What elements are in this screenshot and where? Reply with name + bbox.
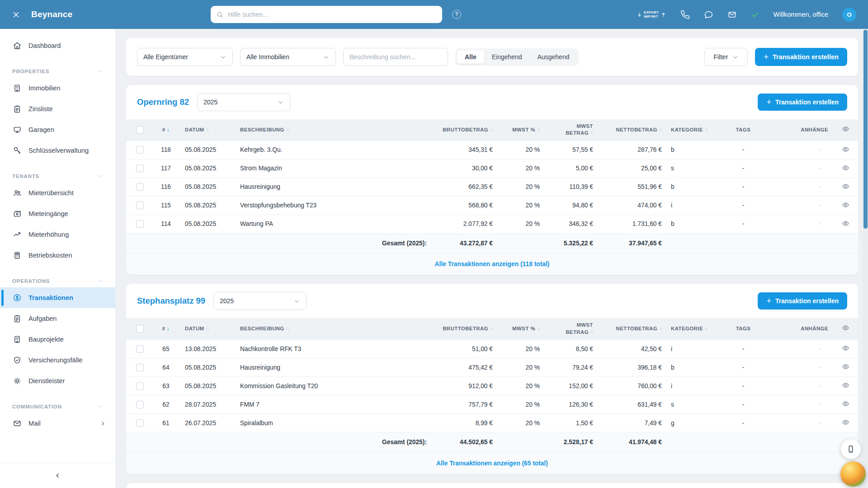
sidebar-section-label[interactable]: PROPERTIES xyxy=(0,68,115,74)
sidebar-item-dienstleister[interactable]: Dienstleister xyxy=(0,371,115,391)
sidebar-item-zinsliste[interactable]: Zinsliste xyxy=(0,99,115,119)
row-checkbox[interactable] xyxy=(136,183,144,191)
sidebar-item-transaktionen[interactable]: Transaktionen xyxy=(0,287,115,308)
show-all-link[interactable]: Alle Transaktionen anzeigen (65 total) xyxy=(436,460,548,467)
property-title-link[interactable]: Stephansplatz 99 xyxy=(137,296,205,306)
totals-row: Gesamt (2025): 43.272,87 € 5.325,22 € 37… xyxy=(126,233,858,253)
property-select[interactable]: Alle Immobilien xyxy=(240,48,336,66)
dollar-circle-icon xyxy=(13,293,22,302)
export-import-button[interactable]: EXPORT IMPORT xyxy=(637,10,666,19)
year-select[interactable]: 2025 xyxy=(213,292,307,310)
owner-select-value: Alle Eigentümer xyxy=(143,53,188,61)
col-kategorie[interactable]: KATEGORIE xyxy=(671,326,703,331)
col-datum[interactable]: DATUM xyxy=(185,127,204,132)
eye-icon[interactable] xyxy=(842,201,849,209)
select-all-checkbox[interactable] xyxy=(136,126,144,134)
select-all-checkbox[interactable] xyxy=(136,325,144,333)
sidebar-item-mieterh-hung[interactable]: Mieterhöhung xyxy=(0,224,115,245)
phone-icon[interactable] xyxy=(680,10,690,19)
row-checkbox[interactable] xyxy=(136,220,144,228)
row-checkbox[interactable] xyxy=(136,202,144,209)
col-num[interactable]: # xyxy=(162,127,165,132)
sidebar-item-immobilien[interactable]: Immobilien xyxy=(0,78,115,99)
tab-alle[interactable]: Alle xyxy=(457,50,484,64)
arrow-down-icon xyxy=(637,11,642,18)
sidebar-item-mieter-bersicht[interactable]: Mieterübersicht xyxy=(0,183,115,203)
eye-icon[interactable] xyxy=(842,125,849,133)
row-checkbox[interactable] xyxy=(136,364,144,371)
mobile-app-button[interactable] xyxy=(841,439,861,459)
property-title-link[interactable]: Opernring 82 xyxy=(137,97,189,107)
cell-num: 61 xyxy=(151,414,180,432)
eye-icon[interactable] xyxy=(842,363,849,371)
eye-icon[interactable] xyxy=(842,344,849,352)
col-bruttobetrag[interactable]: BRUTTOBETRAG xyxy=(443,127,488,132)
eye-icon[interactable] xyxy=(842,324,849,332)
sidebar-item-garagen[interactable]: Garagen xyxy=(0,119,115,140)
check-icon[interactable] xyxy=(751,10,760,19)
eye-icon[interactable] xyxy=(842,183,849,190)
sidebar-section-label[interactable]: OPERATIONS xyxy=(0,278,115,284)
eye-icon[interactable] xyxy=(842,220,849,227)
eye-icon[interactable] xyxy=(842,145,849,153)
col-num[interactable]: # xyxy=(162,326,165,331)
col-beschreibung[interactable]: BESCHREIBUNG xyxy=(240,127,284,132)
create-transaction-button[interactable]: + Transaktion erstellen xyxy=(755,48,847,66)
close-icon[interactable] xyxy=(12,10,20,19)
col-bruttobetrag[interactable]: BRUTTOBETRAG xyxy=(443,326,488,331)
col-nettobetrag[interactable]: NETTOBETRAG xyxy=(616,326,657,331)
eye-icon[interactable] xyxy=(842,418,849,426)
help-search[interactable] xyxy=(211,6,442,23)
col-beschreibung[interactable]: BESCHREIBUNG xyxy=(240,326,284,331)
cell-beschreibung: Strom Magazin xyxy=(236,159,431,178)
eye-icon[interactable] xyxy=(842,164,849,172)
col-kategorie[interactable]: KATEGORIE xyxy=(671,127,703,132)
eye-icon[interactable] xyxy=(842,381,849,389)
year-select-value: 2025 xyxy=(220,297,234,305)
row-checkbox[interactable] xyxy=(136,401,144,408)
sidebar-item-mieteing-nge[interactable]: Mieteingänge xyxy=(0,203,115,224)
help-search-input[interactable] xyxy=(228,11,437,18)
create-transaction-button[interactable]: + Transaktion erstellen xyxy=(758,292,847,310)
sidebar-collapse-button[interactable] xyxy=(0,463,115,488)
cell-bruttobetrag: 8,99 € xyxy=(431,414,497,432)
row-checkbox[interactable] xyxy=(136,345,144,353)
create-transaction-button[interactable]: + Transaktion erstellen xyxy=(758,94,847,111)
cell-beschreibung: Spiralalbum xyxy=(236,414,431,432)
sidebar-item-versicherungsf-lle[interactable]: Versicherungsfälle xyxy=(0,350,115,371)
tab-eingehend[interactable]: Eingehend xyxy=(484,50,530,64)
col-mwst-pct[interactable]: MWST % xyxy=(512,127,535,132)
col-nettobetrag[interactable]: NETTOBETRAG xyxy=(616,127,657,132)
sidebar-item-aufgaben[interactable]: Aufgaben xyxy=(0,308,115,329)
mail-icon[interactable] xyxy=(727,10,737,19)
filter-button[interactable]: Filter xyxy=(704,48,748,66)
sidebar-item-schl-sselverwaltung[interactable]: Schlüsselverwaltung xyxy=(0,140,115,161)
row-checkbox[interactable] xyxy=(136,382,144,390)
tab-ausgehend[interactable]: Ausgehend xyxy=(530,50,577,64)
chat-icon[interactable] xyxy=(704,10,713,19)
row-checkbox[interactable] xyxy=(136,419,144,427)
sidebar-item-dashboard[interactable]: Dashboard xyxy=(0,35,115,56)
help-icon[interactable]: ? xyxy=(452,10,461,19)
year-select[interactable]: 2025 xyxy=(197,93,290,111)
owner-select[interactable]: Alle Eigentümer xyxy=(137,48,233,66)
col-mwst-pct[interactable]: MWST % xyxy=(512,326,535,331)
sidebar-item-bauprojekte[interactable]: Bauprojekte xyxy=(0,329,115,350)
export-label: EXPORT xyxy=(644,10,659,14)
row-checkbox[interactable] xyxy=(136,146,144,154)
row-checkbox[interactable] xyxy=(136,164,144,172)
avatar[interactable]: O xyxy=(842,8,856,22)
page-scrollbar[interactable] xyxy=(863,29,868,488)
eye-icon[interactable] xyxy=(842,400,849,408)
scrollbar-thumb[interactable] xyxy=(863,30,868,229)
show-all-link[interactable]: Alle Transaktionen anzeigen (118 total) xyxy=(435,261,550,267)
sidebar-item-mail[interactable]: Mail xyxy=(0,413,115,434)
messenger-launcher[interactable] xyxy=(840,461,866,487)
sidebar-section-label[interactable]: TENANTS xyxy=(0,173,115,179)
col-mwst-betrag[interactable]: MWST BETRAG xyxy=(566,322,593,334)
col-mwst-betrag[interactable]: MWST BETRAG xyxy=(566,123,593,136)
sidebar-item-betriebskosten[interactable]: Betriebskosten xyxy=(0,245,115,266)
sidebar-section-label[interactable]: COMMUNICATION xyxy=(0,404,115,409)
col-datum[interactable]: DATUM xyxy=(185,326,204,331)
description-search-input[interactable] xyxy=(343,48,448,66)
